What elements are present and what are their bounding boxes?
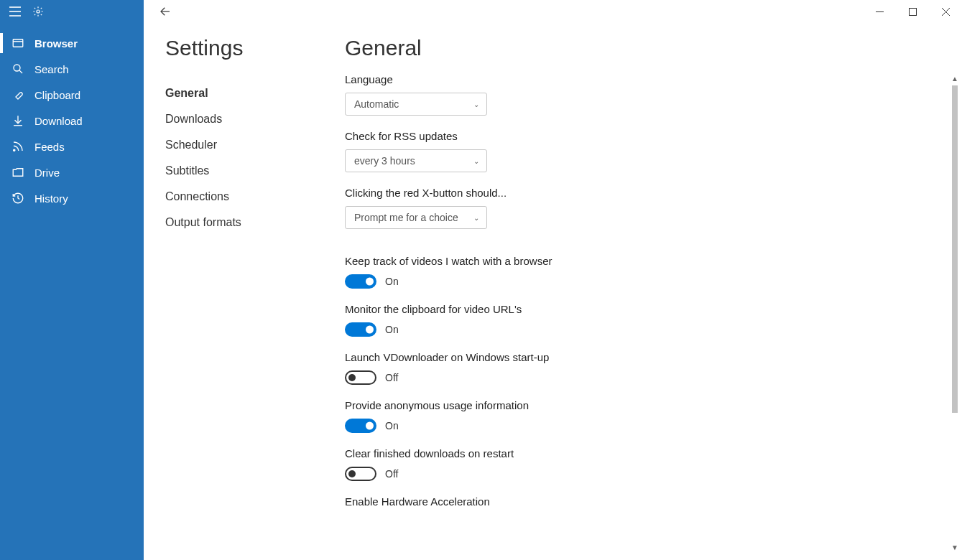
settings-category-downloads[interactable]: Downloads: [165, 106, 345, 132]
toggle-label: Enable Hardware Acceleration: [345, 495, 946, 508]
clipboard-icon: [11, 88, 24, 101]
toggle-clear-finished[interactable]: [345, 467, 376, 481]
select-value: Automatic: [354, 98, 399, 110]
download-icon: [11, 114, 24, 127]
select-value: Prompt me for a choice: [354, 212, 458, 223]
field-track-browser: Keep track of videos I watch with a brow…: [345, 255, 946, 289]
toggle-label: Keep track of videos I watch with a brow…: [345, 255, 946, 267]
field-label-language: Language: [345, 73, 946, 85]
window-controls: [863, 0, 962, 23]
sidebar-item-label: Browser: [34, 37, 78, 50]
select-close-action[interactable]: Prompt me for a choice ⌄: [345, 206, 487, 229]
scroll-thumb[interactable]: [952, 85, 958, 413]
settings-category-scheduler[interactable]: Scheduler: [165, 132, 345, 158]
main-area: Settings General Downloads Scheduler Sub…: [144, 0, 962, 560]
settings-category-connections[interactable]: Connections: [165, 184, 345, 210]
select-value: every 3 hours: [354, 155, 415, 167]
select-language[interactable]: Automatic ⌄: [345, 93, 487, 116]
toggle-state: On: [385, 276, 399, 287]
settings-category-subtitles[interactable]: Subtitles: [165, 158, 345, 184]
field-label-close-action: Clicking the red X-button should...: [345, 187, 946, 199]
sidebar-item-label: Clipboard: [34, 89, 80, 101]
toggle-label: Clear finished downloads on restart: [345, 447, 946, 459]
svg-point-6: [14, 65, 20, 71]
toggle-monitor-clipboard[interactable]: [345, 322, 376, 337]
field-anon-usage: Provide anonymous usage information On: [345, 399, 946, 433]
sidebar-item-label: Feeds: [34, 141, 65, 153]
sidebar-nav: Browser Search Clipboard Download: [0, 30, 144, 211]
sidebar-item-label: Search: [34, 63, 69, 75]
scrollbar[interactable]: ▲ ▼: [949, 73, 961, 553]
sidebar-item-label: History: [34, 192, 68, 205]
toggle-track-browser[interactable]: [345, 274, 376, 289]
field-language: Language Automatic ⌄: [345, 73, 946, 116]
sidebar-item-label: Drive: [34, 167, 60, 179]
settings-categories: Settings General Downloads Scheduler Sub…: [144, 23, 345, 560]
maximize-button[interactable]: [896, 0, 929, 23]
toggle-state: Off: [385, 372, 398, 383]
settings-category-general[interactable]: General: [165, 80, 345, 106]
settings-title: Settings: [165, 36, 345, 60]
sidebar-item-feeds[interactable]: Feeds: [0, 134, 144, 159]
sidebar-item-clipboard[interactable]: Clipboard: [0, 82, 144, 108]
select-rss[interactable]: every 3 hours ⌄: [345, 149, 487, 172]
field-hw-accel: Enable Hardware Acceleration: [345, 495, 946, 510]
sidebar-item-download[interactable]: Download: [0, 108, 144, 134]
svg-point-3: [37, 10, 40, 13]
toggle-label: Provide anonymous usage information: [345, 399, 946, 411]
toggle-state: On: [385, 420, 399, 431]
toggle-state: Off: [385, 468, 398, 480]
settings-page-general: General Language Automatic ⌄ Che: [345, 23, 962, 560]
field-monitor-clipboard: Monitor the clipboard for video URL's On: [345, 303, 946, 337]
scroll-down-icon[interactable]: ▼: [951, 542, 958, 553]
chevron-down-icon: ⌄: [473, 214, 479, 222]
sidebar-item-label: Download: [34, 115, 83, 127]
drive-icon: [11, 166, 24, 179]
minimize-button[interactable]: [863, 0, 896, 23]
svg-point-10: [14, 149, 15, 151]
chevron-down-icon: ⌄: [473, 101, 479, 108]
history-icon: [11, 192, 24, 205]
gear-icon[interactable]: [32, 5, 45, 18]
toggle-label: Launch VDownloader on Windows start-up: [345, 351, 946, 363]
svg-line-7: [19, 70, 22, 73]
settings-category-output-formats[interactable]: Output formats: [165, 210, 345, 235]
sidebar-item-drive[interactable]: Drive: [0, 159, 144, 185]
field-rss: Check for RSS updates every 3 hours ⌄: [345, 130, 946, 172]
back-button[interactable]: [157, 3, 174, 20]
field-close-action: Clicking the red X-button should... Prom…: [345, 187, 946, 229]
sidebar-item-search[interactable]: Search: [0, 56, 144, 82]
toggle-label: Monitor the clipboard for video URL's: [345, 303, 946, 315]
hamburger-menu-icon[interactable]: [9, 5, 22, 18]
sidebar-item-browser[interactable]: Browser: [0, 30, 144, 56]
close-button[interactable]: [929, 0, 962, 23]
field-launch-startup: Launch VDownloader on Windows start-up O…: [345, 351, 946, 385]
scroll-up-icon[interactable]: ▲: [951, 73, 958, 84]
svg-rect-13: [909, 8, 916, 15]
sidebar-item-history[interactable]: History: [0, 185, 144, 211]
toggle-launch-startup[interactable]: [345, 370, 376, 385]
chevron-down-icon: ⌄: [473, 157, 479, 165]
toggle-state: On: [385, 324, 399, 335]
page-title: General: [345, 36, 940, 60]
scroll-track[interactable]: [952, 85, 958, 541]
field-label-rss: Check for RSS updates: [345, 130, 946, 142]
titlebar: [144, 0, 962, 23]
field-clear-finished: Clear finished downloads on restart Off: [345, 447, 946, 481]
toggle-anon-usage[interactable]: [345, 419, 376, 433]
browser-icon: [11, 37, 24, 50]
app-sidebar: Browser Search Clipboard Download: [0, 0, 144, 560]
svg-rect-4: [13, 39, 23, 47]
feeds-icon: [11, 140, 24, 153]
search-icon: [11, 62, 24, 75]
